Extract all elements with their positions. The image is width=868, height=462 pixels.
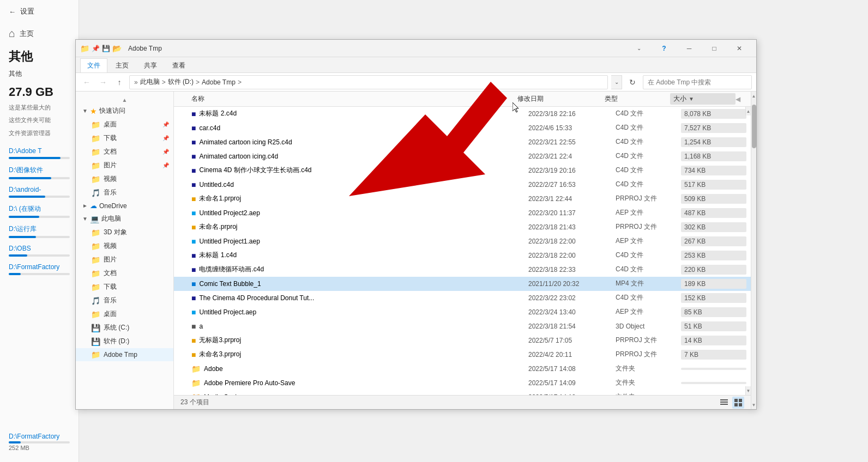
large-icons-view-button[interactable] bbox=[732, 397, 744, 409]
this-pc-arrow-icon: ▼ bbox=[82, 216, 88, 222]
nav-item-documents[interactable]: 📁 文档 📌 bbox=[76, 145, 173, 159]
header-size[interactable]: 大小 ▼ bbox=[670, 93, 736, 105]
pictures-pin-icon[interactable]: 📌 bbox=[162, 162, 169, 168]
table-row[interactable]: ■ 未命名3.prproj 2022/4/2 20:11 PRPROJ 文件 7… bbox=[174, 348, 751, 362]
scrollbar-thumb[interactable] bbox=[752, 105, 756, 148]
up-button[interactable]: ↑ bbox=[113, 76, 126, 89]
forward-button[interactable]: → bbox=[97, 76, 110, 89]
onedrive-cloud-icon: ☁ bbox=[90, 202, 97, 210]
scroll-up-button[interactable]: ▲ bbox=[745, 107, 751, 115]
file-name-label: 未命名1.prproj bbox=[199, 194, 241, 203]
row-date: 2022/3/21 22:4 bbox=[528, 153, 616, 160]
address-path[interactable]: » 此电脑 > 软件 (D:) > Adobe Tmp > bbox=[129, 75, 608, 89]
table-row[interactable]: ■ Untitled Project1.aep 2022/3/18 22:00 … bbox=[174, 234, 751, 248]
back-button[interactable]: ← bbox=[80, 76, 93, 89]
header-expand-icon: ◀ bbox=[736, 95, 740, 103]
nav-item-downloads[interactable]: 📁 下载 📌 bbox=[76, 131, 173, 145]
table-row[interactable]: ■ 无标题3.prproj 2022/5/7 17:05 PRPROJ 文件 1… bbox=[174, 333, 751, 348]
scrollbar-down[interactable]: ▼ bbox=[751, 400, 756, 409]
table-row[interactable]: 📁 Media Cache 2022/5/17 14:10 文件夹 bbox=[174, 390, 751, 395]
nav-item-downloads2[interactable]: 📁 下载 bbox=[76, 280, 173, 294]
desktop-pin-icon[interactable]: 📌 bbox=[162, 121, 169, 127]
scrollbar-up[interactable]: ▲ bbox=[751, 92, 756, 100]
row-type: 3D Object bbox=[616, 323, 681, 330]
scroll-down-button[interactable]: ▼ bbox=[745, 386, 751, 395]
storage-item[interactable]: D:\ (在驱动 bbox=[0, 201, 79, 221]
format-factory-item[interactable]: D:\FormatFactory 252 MB bbox=[0, 433, 79, 451]
search-input[interactable] bbox=[643, 75, 752, 89]
refresh-button[interactable]: ↻ bbox=[625, 75, 640, 89]
tab-home[interactable]: 主页 bbox=[108, 58, 136, 72]
file-name-label: 未标题 1.c4d bbox=[199, 251, 237, 260]
nav-item-music[interactable]: 🎵 音乐 bbox=[76, 186, 173, 199]
path-part-folder[interactable]: Adobe Tmp bbox=[202, 78, 236, 86]
tab-view[interactable]: 查看 bbox=[165, 58, 192, 72]
table-row[interactable]: ■ Cinema 4D 制作小球文字生长动画.c4d 2022/3/19 20:… bbox=[174, 163, 751, 178]
nav-item-drive-c[interactable]: 💾 系统 (C:) bbox=[76, 321, 173, 335]
header-name[interactable]: 名称 bbox=[191, 94, 517, 104]
settings-back-nav[interactable]: ← 设置 bbox=[0, 0, 79, 23]
address-dropdown-btn[interactable]: ⌄ bbox=[626, 40, 652, 57]
table-row[interactable]: ■ Animated cartoon icing.c4d 2022/3/21 2… bbox=[174, 149, 751, 163]
minimize-button[interactable]: ─ bbox=[677, 40, 702, 57]
this-pc-header[interactable]: ▼ 💻 此电脑 bbox=[76, 212, 173, 226]
table-row[interactable]: ■ 电缆缠绕循环动画.c4d 2022/3/18 22:33 C4D 文件 22… bbox=[174, 263, 751, 277]
row-date: 2022/4/2 20:11 bbox=[528, 351, 616, 358]
table-row[interactable]: ■ car.c4d 2022/4/6 15:33 C4D 文件 7,527 KB bbox=[174, 121, 751, 135]
storage-item[interactable]: D:\运行库 bbox=[0, 221, 79, 241]
nav-item-adobe-tmp[interactable]: 📁 Adobe Tmp bbox=[76, 348, 173, 361]
file-type-icon: ■ bbox=[191, 279, 196, 288]
storage-item[interactable]: D:\OBS bbox=[0, 241, 79, 260]
nav-item-desktop[interactable]: 📁 桌面 📌 bbox=[76, 118, 173, 131]
nav-item-videos2[interactable]: 📁 视频 bbox=[76, 239, 173, 253]
table-row[interactable]: ■ a 2022/3/18 21:54 3D Object 51 KB bbox=[174, 319, 751, 333]
downloads-pin-icon[interactable]: 📌 bbox=[162, 135, 169, 141]
path-part-pc[interactable]: 此电脑 bbox=[140, 77, 160, 87]
storage-item-label: D:\FormatFactory bbox=[9, 263, 70, 271]
table-row[interactable]: ■ Comic Text Bubble_1 2021/11/20 20:32 M… bbox=[174, 277, 751, 291]
row-type: C4D 文件 bbox=[616, 265, 681, 274]
details-view-button[interactable] bbox=[718, 397, 730, 409]
nav-item-pictures[interactable]: 📁 图片 📌 bbox=[76, 159, 173, 172]
nav-item-documents2[interactable]: 📁 文档 bbox=[76, 266, 173, 280]
table-row[interactable]: ■ 未命名1.prproj 2022/3/1 22:44 PRPROJ 文件 5… bbox=[174, 192, 751, 206]
title-pin-icon: 📌 bbox=[92, 45, 100, 52]
storage-item[interactable]: D:\图像软件 bbox=[0, 162, 79, 183]
file-type-icon: ■ bbox=[191, 209, 196, 217]
tab-file[interactable]: 文件 bbox=[80, 58, 107, 72]
table-row[interactable]: ■ The Cinema 4D Procedural Donut Tut... … bbox=[174, 291, 751, 305]
nav-item-drive-d[interactable]: 💾 软件 (D:) bbox=[76, 335, 173, 348]
nav-item-3dobjects[interactable]: 📁 3D 对象 bbox=[76, 226, 173, 239]
table-row[interactable]: ■ Untitled.c4d 2022/2/27 16:53 C4D 文件 51… bbox=[174, 178, 751, 192]
storage-item[interactable]: D:\FormatFactory bbox=[0, 260, 79, 278]
address-dropdown-button[interactable]: ⌄ bbox=[611, 75, 622, 89]
table-row[interactable]: ■ Untitled Project.aep 2022/3/24 13:40 A… bbox=[174, 305, 751, 319]
nav-item-videos[interactable]: 📁 视频 bbox=[76, 172, 173, 186]
header-type[interactable]: 类型 bbox=[605, 94, 670, 104]
quick-access-header[interactable]: ▼ ★ 快速访问 bbox=[76, 104, 173, 118]
help-button[interactable]: ? bbox=[652, 40, 677, 57]
table-row[interactable]: ■ Untitled Project2.aep 2022/3/20 11:37 … bbox=[174, 206, 751, 220]
documents-pin-icon[interactable]: 📌 bbox=[162, 149, 169, 155]
nav-item-music2[interactable]: 🎵 音乐 bbox=[76, 294, 173, 307]
file-type-icon: ■ bbox=[191, 194, 196, 203]
table-row[interactable]: ■ Animated cartoon icing R25.c4d 2022/3/… bbox=[174, 135, 751, 149]
table-row[interactable]: ■ 未标题 2.c4d 2022/3/18 22:16 C4D 文件 8,078… bbox=[174, 107, 751, 121]
table-row[interactable]: ■ 未命名.prproj 2022/3/18 21:43 PRPROJ 文件 3… bbox=[174, 220, 751, 234]
row-size: 14 KB bbox=[681, 336, 746, 345]
storage-item[interactable]: D:\android- bbox=[0, 183, 79, 201]
close-button[interactable]: ✕ bbox=[727, 40, 752, 57]
table-row[interactable]: 📁 Adobe Premiere Pro Auto-Save 2022/5/17… bbox=[174, 376, 751, 390]
header-date[interactable]: 修改日期 bbox=[517, 94, 605, 104]
table-row[interactable]: ■ 未标题 1.c4d 2022/3/18 22:00 C4D 文件 253 K… bbox=[174, 248, 751, 263]
nav-item-desktop2[interactable]: 📁 桌面 bbox=[76, 307, 173, 321]
storage-item[interactable]: D:\Adobe T bbox=[0, 144, 79, 162]
nav-item-pictures2[interactable]: 📁 图片 bbox=[76, 253, 173, 266]
maximize-button[interactable]: □ bbox=[702, 40, 727, 57]
path-part-drive[interactable]: 软件 (D:) bbox=[168, 77, 194, 87]
onedrive-header[interactable]: ► ☁ OneDrive bbox=[76, 199, 173, 212]
tab-share[interactable]: 共享 bbox=[137, 58, 164, 72]
scrollbar-track[interactable] bbox=[751, 100, 756, 400]
disk-desc1: 这是某些最大的 bbox=[0, 101, 79, 114]
table-row[interactable]: 📁 Adobe 2022/5/17 14:08 文件夹 bbox=[174, 362, 751, 376]
